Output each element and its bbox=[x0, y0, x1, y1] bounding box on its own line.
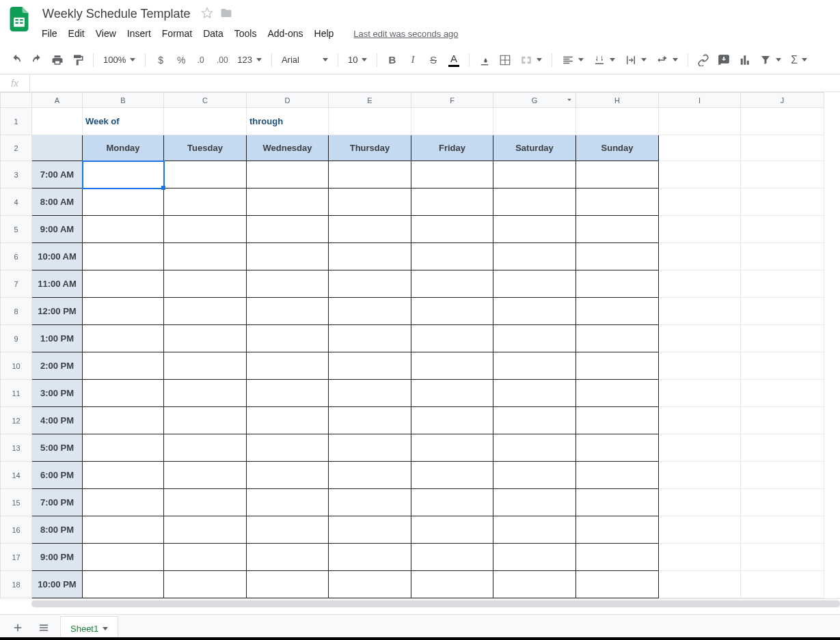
horizontal-scrollbar[interactable] bbox=[31, 598, 840, 608]
col-header-A[interactable]: A bbox=[32, 93, 83, 108]
cell-H13[interactable] bbox=[576, 434, 659, 462]
cell-B11[interactable] bbox=[83, 380, 164, 407]
cell-H18[interactable] bbox=[576, 571, 659, 598]
cell-G12[interactable] bbox=[493, 407, 576, 434]
cell-I10[interactable] bbox=[659, 352, 741, 380]
cell-G15[interactable] bbox=[493, 489, 576, 516]
cell-E13[interactable] bbox=[329, 434, 411, 462]
cell-C8[interactable] bbox=[164, 298, 247, 325]
star-icon[interactable] bbox=[201, 7, 213, 21]
font-size-combo[interactable]: 10 bbox=[344, 52, 371, 68]
cell-D11[interactable] bbox=[247, 380, 329, 407]
cell-E5[interactable] bbox=[329, 216, 411, 243]
cell-J13[interactable] bbox=[741, 434, 824, 462]
insert-link-button[interactable] bbox=[694, 51, 713, 70]
cell-E4[interactable] bbox=[329, 189, 411, 216]
cell-C18[interactable] bbox=[164, 571, 247, 598]
cell-F14[interactable] bbox=[411, 462, 493, 489]
cell-F7[interactable] bbox=[411, 270, 493, 298]
cell-E18[interactable] bbox=[329, 571, 411, 598]
cell-E12[interactable] bbox=[329, 407, 411, 434]
cell-G9[interactable] bbox=[493, 325, 576, 352]
cell-C17[interactable] bbox=[164, 544, 247, 571]
row-header-16[interactable]: 16 bbox=[1, 516, 32, 544]
cell-I14[interactable] bbox=[659, 462, 741, 489]
menu-file[interactable]: File bbox=[37, 25, 62, 42]
cell-G7[interactable] bbox=[493, 270, 576, 298]
redo-button[interactable] bbox=[27, 51, 46, 70]
text-wrap-button[interactable] bbox=[621, 52, 651, 68]
cell-G18[interactable] bbox=[493, 571, 576, 598]
select-all-corner[interactable] bbox=[1, 93, 32, 108]
cell-J3[interactable] bbox=[741, 161, 824, 189]
col-header-D[interactable]: D bbox=[247, 93, 329, 108]
fill-color-button[interactable] bbox=[475, 51, 494, 70]
cell-G17[interactable] bbox=[493, 544, 576, 571]
cell-F10[interactable] bbox=[411, 352, 493, 380]
cell-J2[interactable] bbox=[741, 135, 824, 161]
format-currency-button[interactable]: $ bbox=[151, 51, 170, 70]
cell-F11[interactable] bbox=[411, 380, 493, 407]
menu-addons[interactable]: Add-ons bbox=[262, 25, 308, 42]
zoom-combo[interactable]: 100% bbox=[99, 52, 139, 68]
row-header-4[interactable]: 4 bbox=[1, 189, 32, 216]
add-sheet-button[interactable] bbox=[8, 618, 27, 637]
cell-day-wednesday[interactable]: Wednesday bbox=[247, 135, 329, 161]
menu-edit[interactable]: Edit bbox=[64, 25, 90, 42]
cell-D3[interactable] bbox=[247, 161, 329, 189]
cell-D9[interactable] bbox=[247, 325, 329, 352]
menu-view[interactable]: View bbox=[91, 25, 121, 42]
cell-I9[interactable] bbox=[659, 325, 741, 352]
cell-A9[interactable]: 1:00 PM bbox=[32, 325, 83, 352]
cell-B4[interactable] bbox=[83, 189, 164, 216]
row-header-2[interactable]: 2 bbox=[1, 135, 32, 161]
menu-tools[interactable]: Tools bbox=[230, 25, 262, 42]
cell-J5[interactable] bbox=[741, 216, 824, 243]
cell-B6[interactable] bbox=[83, 243, 164, 270]
cell-C6[interactable] bbox=[164, 243, 247, 270]
cell-A5[interactable]: 9:00 AM bbox=[32, 216, 83, 243]
cell-C16[interactable] bbox=[164, 516, 247, 544]
cell-I5[interactable] bbox=[659, 216, 741, 243]
italic-button[interactable]: I bbox=[403, 51, 422, 70]
cell-I8[interactable] bbox=[659, 298, 741, 325]
cell-J11[interactable] bbox=[741, 380, 824, 407]
cell-I13[interactable] bbox=[659, 434, 741, 462]
col-header-E[interactable]: E bbox=[329, 93, 411, 108]
cell-C11[interactable] bbox=[164, 380, 247, 407]
cell-A7[interactable]: 11:00 AM bbox=[32, 270, 83, 298]
cell-E11[interactable] bbox=[329, 380, 411, 407]
cell-D17[interactable] bbox=[247, 544, 329, 571]
cell-day-sunday[interactable]: Sunday bbox=[576, 135, 659, 161]
insert-chart-button[interactable] bbox=[735, 51, 754, 70]
cell-J16[interactable] bbox=[741, 516, 824, 544]
cell-J4[interactable] bbox=[741, 189, 824, 216]
menu-insert[interactable]: Insert bbox=[122, 25, 156, 42]
cell-D6[interactable] bbox=[247, 243, 329, 270]
undo-button[interactable] bbox=[7, 51, 26, 70]
cell-G13[interactable] bbox=[493, 434, 576, 462]
cell-J18[interactable] bbox=[741, 571, 824, 598]
row-header-5[interactable]: 5 bbox=[1, 216, 32, 243]
cell-A12[interactable]: 4:00 PM bbox=[32, 407, 83, 434]
text-color-button[interactable]: A bbox=[444, 51, 463, 70]
cell-C4[interactable] bbox=[164, 189, 247, 216]
cell-A13[interactable]: 5:00 PM bbox=[32, 434, 83, 462]
folder-icon[interactable] bbox=[220, 7, 232, 21]
row-header-9[interactable]: 9 bbox=[1, 325, 32, 352]
sheet-tab[interactable]: Sheet1 bbox=[60, 616, 118, 640]
cell-A11[interactable]: 3:00 PM bbox=[32, 380, 83, 407]
cell-G6[interactable] bbox=[493, 243, 576, 270]
cell-G14[interactable] bbox=[493, 462, 576, 489]
col-header-G[interactable]: G bbox=[493, 93, 576, 108]
cell-C10[interactable] bbox=[164, 352, 247, 380]
menu-data[interactable]: Data bbox=[198, 25, 228, 42]
cell-J6[interactable] bbox=[741, 243, 824, 270]
row-header-11[interactable]: 11 bbox=[1, 380, 32, 407]
cell-H15[interactable] bbox=[576, 489, 659, 516]
cell-E15[interactable] bbox=[329, 489, 411, 516]
row-header-1[interactable]: 1 bbox=[1, 108, 32, 135]
cell-D14[interactable] bbox=[247, 462, 329, 489]
sheet-table[interactable]: ABCDEFGHIJ1Week ofthrough2MondayTuesdayW… bbox=[0, 92, 824, 598]
cell-day-friday[interactable]: Friday bbox=[411, 135, 493, 161]
